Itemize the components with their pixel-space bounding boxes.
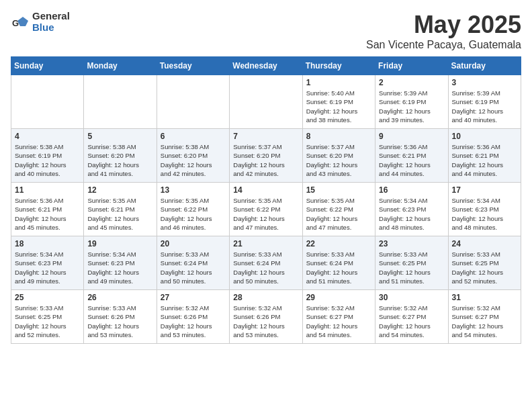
day-number: 14 <box>233 185 298 195</box>
day-info: Sunrise: 5:32 AMSunset: 6:27 PMDaylight:… <box>379 304 444 339</box>
calendar-cell: 25Sunrise: 5:33 AMSunset: 6:25 PMDayligh… <box>11 290 84 344</box>
day-number: 13 <box>161 185 226 195</box>
day-info: Sunrise: 5:35 AMSunset: 6:22 PMDaylight:… <box>233 196 298 232</box>
day-info: Sunrise: 5:32 AMSunset: 6:26 PMDaylight:… <box>161 304 226 339</box>
svg-marker-1 <box>17 17 28 26</box>
day-info: Sunrise: 5:35 AMSunset: 6:22 PMDaylight:… <box>161 196 226 232</box>
header-friday: Friday <box>375 57 448 75</box>
day-info: Sunrise: 5:33 AMSunset: 6:25 PMDaylight:… <box>452 250 517 285</box>
day-number: 10 <box>452 132 517 141</box>
location-title: San Vicente Pacaya, Guatemala <box>366 39 521 51</box>
day-number: 15 <box>306 185 371 195</box>
day-info: Sunrise: 5:40 AMSunset: 6:19 PMDaylight:… <box>306 89 371 124</box>
calendar-cell: 7Sunrise: 5:37 AMSunset: 6:20 PMDaylight… <box>230 129 302 183</box>
day-number: 5 <box>87 132 152 141</box>
day-number: 17 <box>452 185 517 195</box>
day-number: 3 <box>452 78 517 87</box>
day-info: Sunrise: 5:32 AMSunset: 6:27 PMDaylight:… <box>306 304 371 339</box>
day-info: Sunrise: 5:33 AMSunset: 6:24 PMDaylight:… <box>306 250 371 285</box>
calendar-cell: 20Sunrise: 5:33 AMSunset: 6:24 PMDayligh… <box>157 236 229 290</box>
calendar-week-row: 25Sunrise: 5:33 AMSunset: 6:25 PMDayligh… <box>11 290 521 344</box>
day-info: Sunrise: 5:33 AMSunset: 6:24 PMDaylight:… <box>161 250 226 285</box>
calendar-cell: 15Sunrise: 5:35 AMSunset: 6:22 PMDayligh… <box>302 183 375 236</box>
calendar-week-row: 4Sunrise: 5:38 AMSunset: 6:19 PMDaylight… <box>11 129 521 183</box>
day-number: 18 <box>15 239 80 248</box>
calendar-cell <box>11 75 84 129</box>
calendar-cell: 24Sunrise: 5:33 AMSunset: 6:25 PMDayligh… <box>448 236 521 290</box>
logo: G General Blue <box>11 11 70 33</box>
calendar-cell: 29Sunrise: 5:32 AMSunset: 6:27 PMDayligh… <box>302 290 375 344</box>
day-number: 31 <box>452 293 517 302</box>
day-number: 11 <box>15 185 80 195</box>
day-number: 20 <box>161 239 226 248</box>
calendar-cell: 21Sunrise: 5:33 AMSunset: 6:24 PMDayligh… <box>230 236 302 290</box>
logo-blue-text: Blue <box>32 22 70 34</box>
day-number: 6 <box>161 132 226 141</box>
calendar-cell: 26Sunrise: 5:33 AMSunset: 6:26 PMDayligh… <box>84 290 157 344</box>
calendar-cell: 10Sunrise: 5:36 AMSunset: 6:21 PMDayligh… <box>448 129 521 183</box>
calendar-cell: 4Sunrise: 5:38 AMSunset: 6:19 PMDaylight… <box>11 129 84 183</box>
day-info: Sunrise: 5:32 AMSunset: 6:26 PMDaylight:… <box>233 304 298 339</box>
calendar-table: SundayMondayTuesdayWednesdayThursdayFrid… <box>11 56 521 344</box>
calendar-cell: 28Sunrise: 5:32 AMSunset: 6:26 PMDayligh… <box>230 290 302 344</box>
day-number: 25 <box>15 293 80 302</box>
day-number: 19 <box>87 239 152 248</box>
day-number: 28 <box>233 293 298 302</box>
day-info: Sunrise: 5:35 AMSunset: 6:21 PMDaylight:… <box>87 196 152 232</box>
calendar-cell: 3Sunrise: 5:39 AMSunset: 6:19 PMDaylight… <box>448 75 521 129</box>
day-info: Sunrise: 5:34 AMSunset: 6:23 PMDaylight:… <box>379 196 444 232</box>
day-info: Sunrise: 5:37 AMSunset: 6:20 PMDaylight:… <box>306 142 371 178</box>
header-saturday: Saturday <box>448 57 521 75</box>
header-monday: Monday <box>84 57 157 75</box>
day-number: 7 <box>233 132 298 141</box>
day-info: Sunrise: 5:38 AMSunset: 6:20 PMDaylight:… <box>161 142 226 178</box>
day-info: Sunrise: 5:39 AMSunset: 6:19 PMDaylight:… <box>379 89 444 124</box>
header-wednesday: Wednesday <box>230 57 302 75</box>
calendar-week-row: 18Sunrise: 5:34 AMSunset: 6:23 PMDayligh… <box>11 236 521 290</box>
logo-icon: G <box>11 13 30 32</box>
calendar-cell: 6Sunrise: 5:38 AMSunset: 6:20 PMDaylight… <box>157 129 229 183</box>
day-info: Sunrise: 5:34 AMSunset: 6:23 PMDaylight:… <box>452 196 517 232</box>
calendar-week-row: 1Sunrise: 5:40 AMSunset: 6:19 PMDaylight… <box>11 75 521 129</box>
calendar-cell: 22Sunrise: 5:33 AMSunset: 6:24 PMDayligh… <box>302 236 375 290</box>
day-number: 27 <box>161 293 226 302</box>
day-number: 30 <box>379 293 444 302</box>
day-number: 1 <box>306 78 371 87</box>
calendar-cell: 11Sunrise: 5:36 AMSunset: 6:21 PMDayligh… <box>11 183 84 236</box>
calendar-cell: 1Sunrise: 5:40 AMSunset: 6:19 PMDaylight… <box>302 75 375 129</box>
day-info: Sunrise: 5:38 AMSunset: 6:20 PMDaylight:… <box>87 142 152 178</box>
calendar-cell: 14Sunrise: 5:35 AMSunset: 6:22 PMDayligh… <box>230 183 302 236</box>
calendar-cell: 18Sunrise: 5:34 AMSunset: 6:23 PMDayligh… <box>11 236 84 290</box>
day-info: Sunrise: 5:32 AMSunset: 6:27 PMDaylight:… <box>452 304 517 339</box>
calendar-week-row: 11Sunrise: 5:36 AMSunset: 6:21 PMDayligh… <box>11 183 521 236</box>
calendar-cell <box>84 75 157 129</box>
day-info: Sunrise: 5:34 AMSunset: 6:23 PMDaylight:… <box>87 250 152 285</box>
day-info: Sunrise: 5:36 AMSunset: 6:21 PMDaylight:… <box>379 142 444 178</box>
calendar-cell: 23Sunrise: 5:33 AMSunset: 6:25 PMDayligh… <box>375 236 448 290</box>
svg-text:G: G <box>12 18 19 28</box>
calendar-cell: 19Sunrise: 5:34 AMSunset: 6:23 PMDayligh… <box>84 236 157 290</box>
day-number: 4 <box>15 132 80 141</box>
day-info: Sunrise: 5:33 AMSunset: 6:26 PMDaylight:… <box>87 304 152 339</box>
title-section: May 2025 San Vicente Pacaya, Guatemala <box>366 11 521 51</box>
calendar-cell: 16Sunrise: 5:34 AMSunset: 6:23 PMDayligh… <box>375 183 448 236</box>
header-tuesday: Tuesday <box>157 57 229 75</box>
day-number: 21 <box>233 239 298 248</box>
day-number: 9 <box>379 132 444 141</box>
day-number: 2 <box>379 78 444 87</box>
calendar-cell <box>230 75 302 129</box>
day-info: Sunrise: 5:33 AMSunset: 6:24 PMDaylight:… <box>233 250 298 285</box>
day-info: Sunrise: 5:39 AMSunset: 6:19 PMDaylight:… <box>452 89 517 124</box>
month-title: May 2025 <box>366 11 521 39</box>
calendar-cell <box>157 75 229 129</box>
calendar-cell: 27Sunrise: 5:32 AMSunset: 6:26 PMDayligh… <box>157 290 229 344</box>
day-info: Sunrise: 5:33 AMSunset: 6:25 PMDaylight:… <box>15 304 80 339</box>
day-info: Sunrise: 5:38 AMSunset: 6:19 PMDaylight:… <box>15 142 80 178</box>
logo-general-text: General <box>32 11 70 22</box>
calendar-cell: 30Sunrise: 5:32 AMSunset: 6:27 PMDayligh… <box>375 290 448 344</box>
day-info: Sunrise: 5:33 AMSunset: 6:25 PMDaylight:… <box>379 250 444 285</box>
day-number: 16 <box>379 185 444 195</box>
day-number: 22 <box>306 239 371 248</box>
header-thursday: Thursday <box>302 57 375 75</box>
day-number: 8 <box>306 132 371 141</box>
